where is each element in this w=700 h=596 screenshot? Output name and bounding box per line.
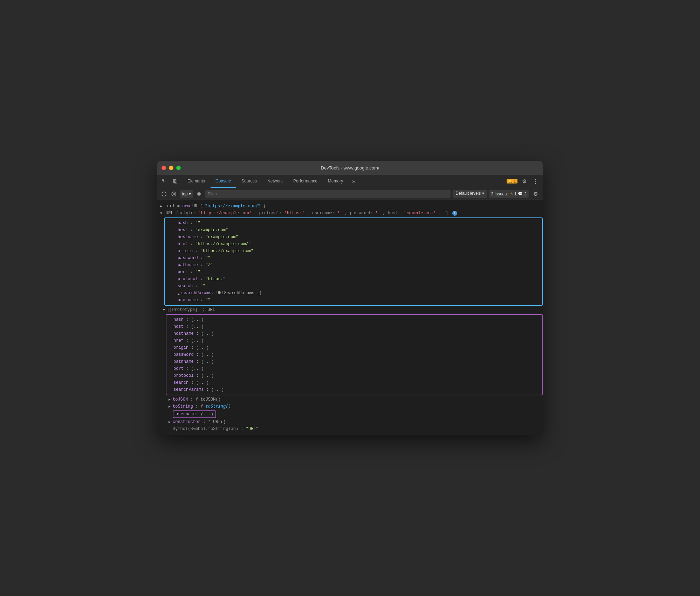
devtools-body: Elements Console Sources Network Perform… (157, 175, 543, 435)
notification-badge[interactable]: 🔔 1 (507, 179, 517, 183)
collapse-arrow[interactable] (160, 211, 162, 216)
proto-password: password : (...) (166, 351, 542, 358)
prop-protocol: protocol : "https:" (165, 276, 542, 283)
proto-protocol: protocol : (...) (166, 372, 542, 379)
issues-badge[interactable]: 3 Issues: ⚠ 1 💬 2 (489, 190, 529, 198)
inspect-element-button[interactable] (160, 177, 169, 186)
settings-button[interactable]: ⚙ (520, 177, 529, 186)
prototype-header: [[Prototype]] : URL (157, 306, 543, 313)
console-toolbar: top ▾ Default levels ▾ 3 Issues: ⚠ 1 💬 2… (157, 188, 543, 200)
to-string-line: toString : f toString() (157, 403, 543, 410)
notification-count: 1 (514, 179, 516, 183)
url-object-header: URL {origin: 'https://example.com' , pro… (157, 210, 543, 217)
prototype-properties-box: hash : (...) host : (...) hostname : (..… (166, 314, 543, 395)
traffic-lights (162, 166, 181, 170)
collapse-prototype-arrow[interactable] (163, 307, 165, 313)
prop-username: username : "" (165, 297, 542, 304)
proto-hostname: hostname : (...) (166, 330, 542, 337)
devtools-window: DevTools - www.google.com/ (157, 161, 543, 435)
info-icon: 💬 (518, 192, 523, 196)
proto-hash: hash : (...) (166, 316, 542, 323)
tab-bar-icons (160, 177, 180, 186)
maximize-button[interactable] (176, 166, 181, 170)
proto-port: port : (...) (166, 365, 542, 372)
context-selector[interactable]: top ▾ (180, 190, 193, 198)
console-content: url = new URL( "https://example.com/" ) … (157, 200, 543, 435)
prop-port: port : "" (165, 269, 542, 276)
warning-icon: ⚠ (509, 192, 513, 196)
tab-bar: Elements Console Sources Network Perform… (157, 175, 543, 188)
proto-search-params: searchParams : (...) (166, 386, 542, 393)
proto-href: href : (...) (166, 337, 542, 344)
prop-search: search : "" (165, 283, 542, 290)
prop-host: host : "example.com" (165, 227, 542, 234)
proto-pathname: pathname : (...) (166, 358, 542, 365)
proto-origin: origin : (...) (166, 344, 542, 351)
info-badge[interactable]: i (452, 211, 457, 216)
proto-search: search : (...) (166, 379, 542, 386)
prop-password: password : "" (165, 255, 542, 262)
prop-href: href : "https://example.com/" (165, 241, 542, 248)
device-toolbar-button[interactable] (171, 177, 180, 186)
expand-to-string-arrow[interactable] (169, 404, 171, 409)
prop-search-params: searchParams : URLSearchParams {} (165, 290, 542, 297)
url-properties-box: hash : "" host : "example.com" hostname … (164, 217, 543, 306)
tab-console[interactable]: Console (211, 175, 236, 188)
tab-elements[interactable]: Elements (183, 175, 210, 188)
minimize-button[interactable] (169, 166, 173, 170)
to-json-line: toJSON : f toJSON() (157, 396, 543, 403)
expand-arrow[interactable] (160, 204, 162, 209)
window-title: DevTools - www.google.com/ (321, 165, 379, 171)
close-button[interactable] (162, 166, 166, 170)
filter-input[interactable] (205, 190, 451, 198)
title-bar: DevTools - www.google.com/ (157, 161, 543, 175)
expand-search-params[interactable] (178, 292, 180, 297)
tab-sources[interactable]: Sources (236, 175, 262, 188)
prop-pathname: pathname : "/" (165, 262, 542, 269)
tab-bar-right: 🔔 1 ⚙ ⋮ (507, 177, 540, 186)
tab-network[interactable]: Network (262, 175, 288, 188)
symbol-line: Symbol(Symbol.toStringTag) : "URL" (157, 425, 543, 432)
prop-origin: origin : "https://example.com" (165, 248, 542, 255)
tab-memory[interactable]: Memory (323, 175, 348, 188)
tab-performance[interactable]: Performance (288, 175, 322, 188)
more-options-button[interactable]: ⋮ (531, 177, 540, 186)
username-line: username : (...) (157, 410, 543, 418)
proto-host: host : (...) (166, 323, 542, 330)
expand-to-json-arrow[interactable] (169, 397, 171, 402)
svg-point-8 (198, 193, 200, 195)
eye-button[interactable] (195, 190, 203, 198)
bell-icon: 🔔 (508, 179, 513, 183)
clear-console-button[interactable] (160, 190, 168, 198)
username-highlight-box: username : (...) (173, 410, 216, 418)
prop-hash: hash : "" (165, 220, 542, 227)
preserve-log-button[interactable] (170, 190, 178, 198)
prop-hostname: hostname : "example.com" (165, 234, 542, 241)
console-line-url-assignment: url = new URL( "https://example.com/" ) (157, 203, 543, 210)
log-levels-selector[interactable]: Default levels ▾ (453, 190, 487, 198)
constructor-line: constructor : f URL() (157, 418, 543, 425)
console-settings-button[interactable]: ⚙ (531, 189, 540, 199)
more-tabs-button[interactable]: » (350, 178, 357, 185)
expand-constructor-arrow[interactable] (169, 420, 171, 425)
